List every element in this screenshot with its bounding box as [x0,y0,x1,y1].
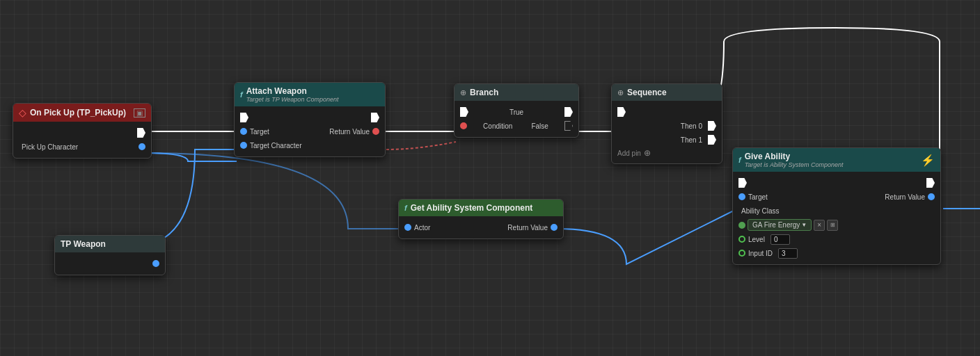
node-attach-weapon-subtitle: Target is TP Weapon Component [246,96,339,103]
node-tp-weapon-title: TP Weapon [61,239,106,249]
node-on-pick-up-title: On Pick Up (TP_PickUp) [30,108,126,118]
lightning-bolt-icon: ⚡ [921,154,935,167]
add-pin-row[interactable]: Add pin ⊕ [612,147,722,159]
exec-out-pin[interactable] [137,128,145,138]
add-pin-label: Add pin [617,149,641,157]
sequence-then0-pin[interactable] [708,121,716,131]
sequence-then1-row: Then 1 [612,133,722,147]
branch-exec-row: True [455,105,578,119]
attach-target-row: Target Return Value [235,124,385,138]
give-ability-target-row: Target Return Value [733,190,940,204]
tp-weapon-out-pin[interactable] [152,260,159,267]
branch-false-label: False [531,122,548,130]
node-branch-body: True Condition False [455,101,578,137]
attach-return-label: Return Value [329,128,370,136]
add-pin-icon: ⊕ [644,148,651,158]
attach-exec-in[interactable] [240,113,248,122]
give-ability-class-dropdown-row: GA Fire Energy ▼ × ⊞ [733,218,940,232]
node-branch-title: Branch [470,88,498,97]
node-on-pick-up[interactable]: ◇ On Pick Up (TP_PickUp) ▣ Pick Up Chara… [13,103,152,159]
node-give-ability-subtitle: Target is Ability System Component [745,161,844,168]
node-options[interactable]: ▣ [134,108,145,118]
sequence-exec-row [612,105,722,119]
node-get-ability[interactable]: f Get Ability System Component Actor Ret… [398,199,564,239]
give-ability-return-pin[interactable] [928,193,935,200]
node-sequence[interactable]: ⊕ Sequence Then 0 Then 1 Add pin ⊕ [611,83,722,164]
node-tp-weapon[interactable]: TP Weapon [54,235,166,275]
give-ability-class-value: GA Fire Energy [752,221,800,229]
sequence-icon: ⊕ [617,88,624,97]
node-sequence-header: ⊕ Sequence [612,84,722,101]
attach-target-char-label: Target Character [250,142,301,149]
node-attach-weapon-header: f Attach Weapon Target is TP Weapon Comp… [235,83,385,106]
give-ability-input-id-row: Input ID [733,246,940,260]
get-ability-return-label: Return Value [507,224,548,232]
node-give-ability-body: Target Return Value Ability Class GA Fir… [733,172,940,264]
give-ability-input-id-input[interactable] [778,248,798,259]
give-ability-target-pin[interactable] [738,193,745,200]
give-ability-target-label: Target [748,193,768,201]
give-ability-function-icon: f [738,156,741,164]
clear-ability-class-button[interactable]: × [814,220,825,231]
branch-true-pin[interactable] [564,107,573,117]
branch-false-pin[interactable] [564,121,573,131]
node-on-pick-up-body: Pick Up Character [13,122,151,158]
attach-target-char-row: Target Character [235,138,385,152]
node-sequence-title: Sequence [627,88,667,97]
get-ability-pins-row: Actor Return Value [399,220,563,234]
branch-condition-row: Condition False [455,119,578,133]
attach-exec-row [235,111,385,124]
node-attach-weapon-body: Target Return Value Target Character [235,106,385,156]
tp-weapon-pin-row [55,257,165,270]
give-ability-exec-row [733,176,940,190]
sequence-then0-row: Then 0 [612,119,722,133]
give-ability-class-row: Ability Class [733,204,940,218]
node-give-ability-title: Give Ability [745,152,844,161]
sequence-then1-label: Then 1 [681,136,702,144]
give-ability-level-input[interactable] [770,234,790,245]
node-get-ability-body: Actor Return Value [399,216,563,238]
node-branch[interactable]: ⊕ Branch True Condition False [454,83,579,138]
get-ability-return-pin[interactable] [551,224,558,231]
node-get-ability-header: f Get Ability System Component [399,200,563,216]
branch-icon: ⊕ [460,88,466,97]
node-give-ability[interactable]: f Give Ability Target is Ability System … [732,147,941,265]
function-icon: f [240,90,243,99]
blueprint-canvas: ◇ On Pick Up (TP_PickUp) ▣ Pick Up Chara… [0,0,980,356]
sequence-exec-in[interactable] [617,107,626,117]
attach-target-pin[interactable] [240,128,247,135]
branch-condition-pin[interactable] [460,122,467,129]
diamond-icon: ◇ [19,107,26,118]
give-ability-level-row: Level [733,232,940,246]
sequence-then1-pin[interactable] [708,135,716,145]
give-ability-level-circle [738,236,745,243]
give-ability-level-label: Level [748,236,765,243]
attach-exec-out[interactable] [371,113,379,122]
give-ability-class-circle [738,222,745,229]
exec-out-pin-row [13,126,151,140]
branch-exec-in[interactable] [460,107,468,117]
node-get-ability-title: Get Ability System Component [411,203,533,213]
node-sequence-body: Then 0 Then 1 Add pin ⊕ [612,101,722,163]
give-ability-exec-in[interactable] [738,178,747,188]
pick-up-char-pin-row: Pick Up Character [13,140,151,154]
get-ability-function-icon: f [404,204,407,212]
give-ability-class-label: Ability Class [741,207,779,215]
give-ability-input-id-label: Input ID [748,250,773,257]
node-attach-weapon-title: Attach Weapon [246,86,339,96]
get-ability-actor-pin[interactable] [404,224,411,231]
sequence-then0-label: Then 0 [681,122,702,130]
browse-ability-class-button[interactable]: ⊞ [827,220,838,231]
node-attach-weapon[interactable]: f Attach Weapon Target is TP Weapon Comp… [234,82,386,157]
node-branch-header: ⊕ Branch [455,84,578,101]
give-ability-class-dropdown[interactable]: GA Fire Energy ▼ [748,219,812,231]
give-ability-exec-out[interactable] [926,178,935,188]
node-tp-weapon-header: TP Weapon [55,236,165,252]
node-on-pick-up-header: ◇ On Pick Up (TP_PickUp) ▣ [13,104,151,122]
node-give-ability-header: f Give Ability Target is Ability System … [733,148,940,172]
pick-up-char-pin[interactable] [139,143,145,150]
give-ability-input-id-circle [738,250,745,257]
attach-target-char-pin[interactable] [240,142,247,149]
node-tp-weapon-body [55,252,165,275]
attach-return-pin[interactable] [372,128,379,135]
